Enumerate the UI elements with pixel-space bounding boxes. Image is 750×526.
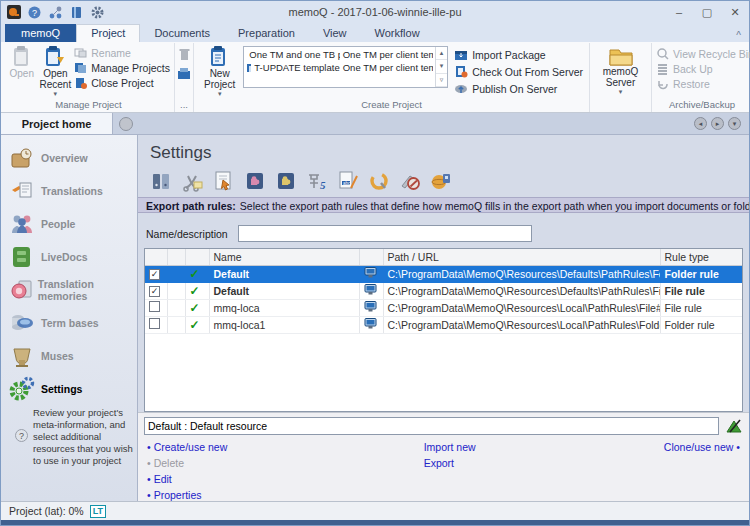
template-item[interactable]: One TM per client template 2 <box>340 61 433 74</box>
ignore-lists-icon[interactable] <box>367 169 391 193</box>
properties-link[interactable]: •Properties <box>144 489 304 501</box>
auto-translation-rules-icon[interactable]: 5 <box>305 169 329 193</box>
share-options-icon[interactable] <box>48 5 63 20</box>
cell-path: C:\ProgramData\MemoQ\Resources\Defaults\… <box>383 265 660 282</box>
memoq-server-button[interactable]: memoQ Server ▾ <box>592 44 649 96</box>
livedocs-settings-icon[interactable] <box>274 169 298 193</box>
import-new-link[interactable]: Import new <box>424 441 476 453</box>
import-package-button[interactable]: Import Package <box>454 48 583 61</box>
options-gear-icon[interactable] <box>90 5 105 20</box>
tab-workflow[interactable]: Workflow <box>361 25 434 42</box>
table-row[interactable]: ✓ Default C:\ProgramData\MemoQ\Resources… <box>145 265 742 282</box>
row-checkbox[interactable] <box>149 269 160 280</box>
nav-forward-icon[interactable]: ▸ <box>711 117 724 130</box>
check-out-icon <box>454 65 468 78</box>
export-link[interactable]: Export <box>424 457 454 469</box>
pane-navigation: ◂ ▸ ▾ <box>694 113 749 134</box>
help-icon[interactable]: ? <box>27 5 42 20</box>
minimize-button[interactable]: – <box>665 2 693 22</box>
sidebar-item-translation-memories[interactable]: Translation memories <box>1 273 137 306</box>
header-rule-type[interactable]: Rule type <box>660 249 742 265</box>
restore-icon <box>656 77 669 90</box>
cell-rule-type: Folder rule <box>660 265 742 282</box>
people-icon <box>9 211 35 237</box>
sidebar-help: ? Review your project's meta-information… <box>1 405 137 466</box>
gallery-up-icon[interactable]: ▴ <box>436 47 447 60</box>
template-item[interactable]: T-UPDATE template <box>246 61 339 74</box>
header-location-col[interactable] <box>359 249 383 265</box>
memoq-logo-icon[interactable] <box>6 5 21 20</box>
memoq-window: ? memoQ - 2017-01-06-winnie-ille-pu – ▢ … <box>0 0 750 526</box>
edit-description-icon[interactable] <box>725 418 743 434</box>
group-label: Archive/Backup <box>654 98 750 112</box>
dropdown-icon: ▾ <box>619 88 623 95</box>
sidebar-item-overview[interactable]: Overview <box>1 141 137 174</box>
publish-on-server-button[interactable]: Publish On Server <box>454 82 583 95</box>
language-terminal-icon[interactable]: LT <box>90 505 106 518</box>
qa-settings-icon[interactable] <box>212 169 236 193</box>
row-checkbox[interactable] <box>149 318 160 329</box>
table-row[interactable]: ✓ mmq-loca C:\ProgramData\MemoQ\Resource… <box>145 299 742 316</box>
tm-settings-icon[interactable] <box>243 169 267 193</box>
autocorrect-icon[interactable] <box>398 169 422 193</box>
new-project-button[interactable]: New Project ▾ <box>196 44 243 98</box>
segmentation-rules-icon[interactable] <box>181 169 205 193</box>
livedocs-icon <box>9 244 35 270</box>
header-status-col[interactable] <box>185 249 209 265</box>
template-item[interactable]: One TM and one TB per ... <box>246 48 339 61</box>
maximize-button[interactable]: ▢ <box>693 2 721 22</box>
collapse-ribbon-icon[interactable]: ^ <box>736 30 741 41</box>
open-recent-button[interactable]: Open Recent ▾ <box>39 44 73 98</box>
term-bases-icon <box>9 310 35 336</box>
sidebar-item-term-bases[interactable]: Term bases <box>1 306 137 339</box>
header-checkbox-col[interactable] <box>145 249 167 265</box>
template-item[interactable]: One TM per client template 2 <box>340 48 433 61</box>
nav-back-icon[interactable]: ◂ <box>694 117 707 130</box>
group-create-project: New Project ▾ One TM and one TB per ... … <box>194 43 590 112</box>
sidebar-item-translations[interactable]: Translations <box>1 174 137 207</box>
sidebar-item-livedocs[interactable]: LiveDocs <box>1 240 137 273</box>
sidebar-item-settings[interactable]: Settings <box>1 372 137 405</box>
row-checkbox[interactable] <box>149 301 160 312</box>
manage-projects-button[interactable]: Manage Projects <box>74 61 170 74</box>
tab-preparation[interactable]: Preparation <box>224 25 309 42</box>
nav-menu-icon[interactable]: ▾ <box>728 117 741 130</box>
clone-use-new-link[interactable]: Clone/use new• <box>664 441 743 453</box>
tab-project[interactable]: Project <box>76 24 140 42</box>
create-use-new-link[interactable]: •Create/use new <box>144 441 304 453</box>
gallery-down-icon[interactable]: ▾ <box>436 60 447 73</box>
row-checkbox[interactable] <box>149 286 160 297</box>
pane-close-icon[interactable] <box>119 117 133 131</box>
sidebar-item-people[interactable]: People <box>1 207 137 240</box>
close-button[interactable]: ✕ <box>721 2 749 22</box>
header-name[interactable]: Name <box>209 249 359 265</box>
tab-view[interactable]: View <box>309 25 361 42</box>
tab-documents[interactable]: Documents <box>140 25 224 42</box>
sidebar-item-muses[interactable]: Muses <box>1 339 137 372</box>
check-out-from-server-button[interactable]: Check Out From Server <box>454 65 583 78</box>
table-row[interactable]: ✓ mmq-loca1 C:\ProgramData\MemoQ\Resourc… <box>145 316 742 333</box>
overview-icon <box>9 145 35 171</box>
resource-console-icon[interactable] <box>69 5 84 20</box>
muses-icon <box>9 343 35 369</box>
resource-description-box[interactable] <box>144 417 719 435</box>
gallery-expand-icon[interactable]: ▿ <box>436 74 447 87</box>
font-substitution-icon[interactable] <box>429 169 453 193</box>
archive-project-icon[interactable] <box>177 67 191 81</box>
project-home-tab[interactable]: Project home <box>1 113 113 134</box>
export-path-rules-icon[interactable]: abc <box>336 169 360 193</box>
resource-binders-icon[interactable] <box>150 169 174 193</box>
status-bar: Project (lat): 0% LT <box>1 501 749 525</box>
close-project-button[interactable]: Close Project <box>74 76 170 89</box>
table-row[interactable]: ✓ Default C:\ProgramData\MemoQ\Resources… <box>145 282 742 299</box>
header-path-url[interactable]: Path / URL <box>383 249 660 265</box>
tab-memoq[interactable]: memoQ <box>5 24 76 42</box>
header-spacer-col[interactable] <box>167 249 185 265</box>
edit-link[interactable]: •Edit <box>144 473 304 485</box>
template-icon <box>246 63 251 73</box>
server-folder-icon <box>608 45 634 67</box>
svg-text:?: ? <box>32 7 37 17</box>
name-description-input[interactable] <box>238 225 532 242</box>
info-bar-text: Select the export path rules that define… <box>240 200 749 212</box>
bullet-icon: • <box>736 441 740 453</box>
